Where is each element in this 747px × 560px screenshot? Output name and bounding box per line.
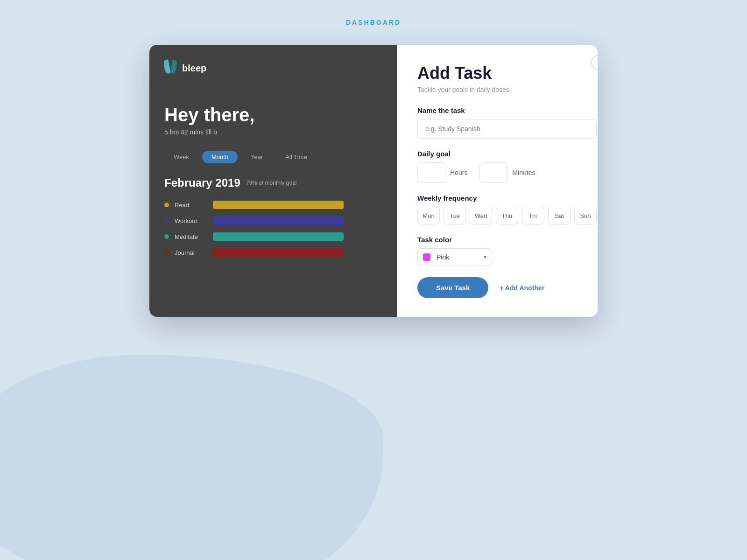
day-button-sun[interactable]: Sun bbox=[574, 207, 597, 224]
hero-title: Hey there, bbox=[164, 105, 382, 126]
day-button-thu[interactable]: Thu bbox=[496, 207, 518, 224]
daily-goal-group: Daily goal 00 Hours 00 Minutes bbox=[417, 150, 597, 183]
logo-leaf-right bbox=[170, 59, 177, 74]
form-actions: Save Task + Add Another bbox=[417, 277, 597, 298]
logo-area: bleep bbox=[164, 60, 382, 77]
daily-goal-row: 00 Hours 00 Minutes bbox=[417, 162, 597, 183]
logo-leaf-left bbox=[163, 59, 170, 74]
task-bar-row: Journal bbox=[164, 248, 382, 257]
day-button-wed[interactable]: Wed bbox=[470, 207, 492, 224]
logo-icon bbox=[164, 60, 177, 77]
color-select-wrapper: PinkRedBlueGreenYellowPurple ▾ bbox=[417, 248, 492, 266]
period-title: February 2019 bbox=[164, 176, 240, 189]
task-color-group: Task color PinkRedBlueGreenYellowPurple … bbox=[417, 236, 597, 266]
period-subtitle: 79% of monthly goal bbox=[246, 180, 297, 186]
tab-bar: Week Month Year All Time bbox=[164, 151, 382, 163]
modal-panel: × Add Task Tackle your goals in daily do… bbox=[397, 45, 598, 317]
task-label: Read bbox=[175, 202, 207, 209]
task-name-input[interactable] bbox=[417, 119, 597, 139]
weekly-frequency-group: Weekly frequency MonTueWedThuFriSatSun bbox=[417, 194, 597, 224]
tab-year[interactable]: Year bbox=[241, 151, 272, 163]
modal-title: Add Task bbox=[417, 63, 597, 83]
task-label: Workout bbox=[175, 217, 207, 224]
background-blob bbox=[0, 355, 383, 560]
hours-unit: Hours bbox=[450, 169, 467, 176]
hours-input[interactable]: 00 bbox=[417, 162, 445, 183]
page-title: DASHBOARD bbox=[346, 19, 401, 26]
task-dot bbox=[164, 250, 169, 255]
task-label: Meditate bbox=[175, 233, 207, 240]
task-bar bbox=[213, 248, 344, 257]
task-dot bbox=[164, 234, 169, 239]
day-button-mon[interactable]: Mon bbox=[417, 207, 440, 224]
day-button-tue[interactable]: Tue bbox=[444, 207, 466, 224]
color-select[interactable]: PinkRedBlueGreenYellowPurple bbox=[417, 248, 492, 266]
task-bar-row: Workout bbox=[164, 217, 382, 225]
task-bar-row: Meditate bbox=[164, 232, 382, 241]
save-task-button[interactable]: Save Task bbox=[417, 277, 488, 298]
task-color-label: Task color bbox=[417, 236, 597, 244]
modal-subtitle: Tackle your goals in daily doses bbox=[417, 86, 597, 93]
tab-month[interactable]: Month bbox=[202, 151, 238, 163]
period-label: February 2019 79% of monthly goal bbox=[164, 176, 382, 189]
minutes-input[interactable]: 00 bbox=[479, 162, 507, 183]
task-name-label: Name the task bbox=[417, 106, 597, 114]
weekly-frequency-label: Weekly frequency bbox=[417, 194, 597, 202]
tab-alltime[interactable]: All Time bbox=[276, 151, 316, 163]
daily-goal-label: Daily goal bbox=[417, 150, 597, 158]
task-bars: ReadWorkoutMeditateJournal bbox=[164, 201, 382, 257]
day-button-sat[interactable]: Sat bbox=[548, 207, 571, 224]
add-another-button[interactable]: + Add Another bbox=[500, 284, 544, 292]
task-dot bbox=[164, 218, 169, 223]
dashboard-hero: Hey there, 5 hrs 42 mins till b Week Mon… bbox=[164, 105, 382, 257]
task-bar bbox=[213, 232, 344, 241]
day-button-fri[interactable]: Fri bbox=[522, 207, 544, 224]
hero-subtitle: 5 hrs 42 mins till b bbox=[164, 128, 382, 136]
task-bar bbox=[213, 201, 344, 209]
task-bar-row: Read bbox=[164, 201, 382, 209]
minutes-unit: Minutes bbox=[512, 169, 535, 176]
tab-week[interactable]: Week bbox=[164, 151, 198, 163]
day-buttons: MonTueWedThuFriSatSun bbox=[417, 207, 597, 224]
task-bar bbox=[213, 217, 344, 225]
task-label: Journal bbox=[175, 249, 207, 256]
task-dot bbox=[164, 203, 169, 207]
main-container: bleep Hey there, 5 hrs 42 mins till b We… bbox=[149, 45, 598, 317]
logo-text: bleep bbox=[182, 63, 206, 74]
dashboard-panel: bleep Hey there, 5 hrs 42 mins till b We… bbox=[149, 45, 397, 317]
task-name-group: Name the task bbox=[417, 106, 597, 139]
